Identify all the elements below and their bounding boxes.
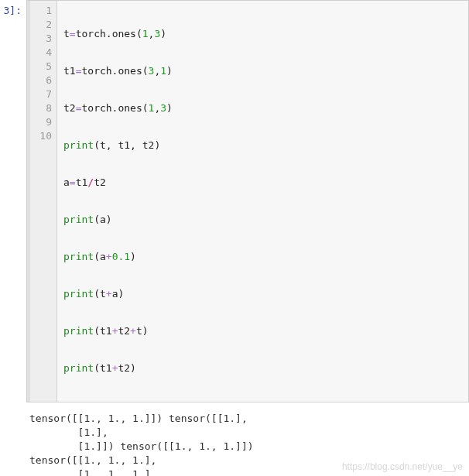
- line-number: 7: [30, 87, 52, 101]
- code-line[interactable]: print(t1+t2): [63, 361, 173, 375]
- code-line[interactable]: t=torch.ones(1,3): [63, 27, 173, 41]
- code-line[interactable]: print(t, t1, t2): [63, 139, 173, 152]
- output-line: [1.],: [29, 426, 108, 438]
- line-number: 3: [30, 32, 52, 46]
- line-number-gutter: 1 2 3 4 5 6 7 8 9 10: [27, 1, 56, 402]
- line-number: 1: [30, 4, 52, 18]
- cell-prompt: 3]:: [0, 0, 22, 16]
- output-line: tensor([[1., 1., 1.]]) tensor([[1.],: [29, 413, 248, 424]
- output-line: [1., 1., 1.],: [29, 468, 156, 476]
- code-body[interactable]: t=torch.ones(1,3) t1=torch.ones(3,1) t2=…: [56, 1, 179, 402]
- code-editor[interactable]: 1 2 3 4 5 6 7 8 9 10 t=torch.ones(1,3) t…: [26, 0, 469, 402]
- code-line[interactable]: t1=torch.ones(3,1): [63, 64, 173, 78]
- line-number: 8: [30, 101, 52, 115]
- line-number: 2: [30, 18, 52, 32]
- code-line[interactable]: print(a): [63, 213, 173, 227]
- code-line[interactable]: print(t1+t2+t): [63, 324, 173, 338]
- line-number: 9: [30, 115, 52, 129]
- watermark-text: https://blog.csdn.net/yue__ye: [342, 461, 463, 472]
- line-number: 10: [30, 129, 52, 143]
- input-cell: 3]: 1 2 3 4 5 6 7 8 9 10 t=torch.ones(1,…: [0, 0, 469, 402]
- code-line[interactable]: print(a+0.1): [63, 250, 173, 264]
- code-line[interactable]: t2=torch.ones(1,3): [63, 101, 173, 115]
- line-number: 6: [30, 74, 52, 87]
- code-line[interactable]: a=t1/t2: [63, 176, 173, 190]
- line-number: 5: [30, 60, 52, 74]
- output-line: tensor([[1., 1., 1.],: [29, 454, 156, 466]
- output-line: [1.]]) tensor([[1., 1., 1.]]): [29, 440, 254, 452]
- code-line[interactable]: print(t+a): [63, 287, 173, 301]
- line-number: 4: [30, 46, 52, 60]
